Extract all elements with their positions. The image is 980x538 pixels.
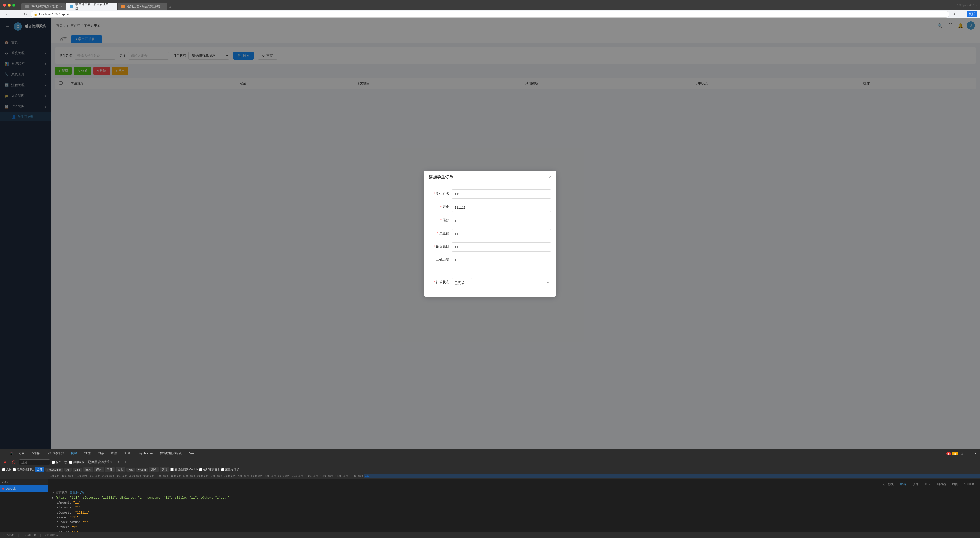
modal-body: 学生姓名 定金 尾款 总金额 论文题目 bbox=[424, 184, 556, 297]
form-input-amount[interactable] bbox=[452, 229, 551, 238]
devtools: ⬚ 📱 元素 控制台 源代码/来源 网络 性能 内存 应用 安全 Lightho… bbox=[0, 449, 980, 538]
modal-add-order: 添加学生订单 × 学生姓名 定金 尾款 总金额 bbox=[424, 171, 556, 297]
tab3-close[interactable]: × bbox=[162, 5, 164, 8]
devtools-tab-security[interactable]: 安全 bbox=[121, 449, 134, 458]
record-button[interactable]: ⏺ bbox=[2, 460, 8, 465]
devtools-tab-application[interactable]: 应用 bbox=[107, 449, 121, 458]
form-input-balance[interactable] bbox=[452, 216, 551, 225]
payload-section: ▼ 请求载荷 查看源代码 ▼ {sName: "111", sDeposit: … bbox=[52, 490, 977, 532]
filter-doc[interactable]: 文档 bbox=[116, 467, 125, 472]
back-button[interactable]: ‹ bbox=[3, 11, 10, 18]
detail-tab-headers[interactable]: 标头 bbox=[885, 481, 897, 488]
forward-button[interactable]: › bbox=[12, 11, 19, 18]
filter-css[interactable]: CSS bbox=[73, 468, 83, 472]
network-filter-input[interactable] bbox=[19, 459, 50, 465]
devtools-tab-network[interactable]: 网络 bbox=[68, 449, 81, 458]
form-input-title[interactable] bbox=[452, 243, 551, 252]
intercepted-cookie-checkbox[interactable]: 有已拦截的 Cookie bbox=[170, 468, 198, 471]
blocked-request-checkbox[interactable]: 被屏蔽的请求 bbox=[199, 468, 220, 471]
hide-data-url-checkbox[interactable]: 隐藏数据网址 bbox=[13, 468, 34, 471]
payload-field-sOrderStatus: sOrderStatus: "Y" bbox=[57, 520, 977, 525]
reload-button[interactable]: ↻ bbox=[21, 11, 29, 18]
invert-checkbox[interactable]: 反转 bbox=[2, 468, 12, 471]
browser-tab-2[interactable]: 学生订单表 - 后台管理系统 × bbox=[66, 3, 117, 10]
filter-media[interactable]: 媒体 bbox=[94, 467, 104, 472]
form-label-name: 学生姓名 bbox=[429, 189, 449, 196]
payload-field-sOther: sOther: "1" bbox=[57, 525, 977, 530]
devtools-settings-button[interactable]: ⚙ bbox=[959, 451, 965, 456]
devtools-tab-vue[interactable]: Vue bbox=[186, 449, 198, 458]
payload-field-sName: sName: "111" bbox=[57, 515, 977, 520]
filter-ws[interactable]: WS bbox=[126, 468, 135, 472]
tab3-icon bbox=[121, 5, 125, 8]
modal-overlay: 添加学生订单 × 学生姓名 定金 尾款 总金额 bbox=[0, 18, 980, 449]
detail-tab-response[interactable]: 响应 bbox=[921, 481, 934, 488]
devtools-tab-perf-insights[interactable]: 性能数据分析 及 bbox=[156, 449, 186, 458]
detail-tab-payload[interactable]: 载荷 bbox=[897, 481, 909, 488]
filter-fetch-xhr[interactable]: Fetch/XHR bbox=[45, 468, 63, 472]
devtools-tab-lighthouse[interactable]: Lighthouse bbox=[134, 449, 156, 458]
devtools-tab-memory[interactable]: 内存 bbox=[94, 449, 107, 458]
maximize-window-button[interactable] bbox=[12, 3, 15, 6]
filter-font[interactable]: 字体 bbox=[105, 467, 115, 472]
bookmark-icon[interactable]: ★ bbox=[951, 11, 958, 17]
payload-summary-text: {sName: "111", sDeposit: "111111", sBala… bbox=[55, 496, 230, 500]
clear-button[interactable]: 🚫 bbox=[10, 460, 17, 465]
form-label-other: 其他说明 bbox=[429, 256, 449, 262]
tab1-close[interactable]: × bbox=[60, 5, 62, 8]
detail-tab-preview[interactable]: 预览 bbox=[909, 481, 921, 488]
detail-close-button[interactable]: × bbox=[883, 481, 885, 488]
form-input-deposit[interactable] bbox=[452, 203, 551, 212]
view-source-button[interactable]: 查看源代码 bbox=[70, 490, 84, 494]
detail-tab-timing[interactable]: 时间 bbox=[949, 481, 961, 488]
filter-manifest[interactable]: 清单 bbox=[149, 467, 159, 472]
third-party-checkbox[interactable]: 第三方请求 bbox=[221, 468, 239, 471]
payload-section-title: ▼ 请求载荷 bbox=[52, 490, 68, 495]
filter-wasm[interactable]: Wasm bbox=[136, 468, 148, 472]
form-label-amount: 总金额 bbox=[429, 229, 449, 236]
devtools-close-button[interactable]: × bbox=[973, 451, 978, 456]
form-input-name[interactable] bbox=[452, 189, 551, 198]
window-controls bbox=[3, 3, 15, 6]
filter-other[interactable]: 其他 bbox=[160, 467, 169, 472]
import-har-button[interactable]: ⬆ bbox=[115, 460, 121, 465]
export-har-button[interactable]: ⬇ bbox=[123, 460, 129, 465]
new-tab-button[interactable]: + bbox=[169, 5, 172, 10]
throttle-select[interactable]: 已停用节流模式 ▾ bbox=[86, 459, 113, 465]
disable-cache-checkbox[interactable]: 停用缓存 bbox=[69, 460, 84, 464]
detail-tab-initiator[interactable]: 启动器 bbox=[934, 481, 949, 488]
devtools-tab-sources[interactable]: 源代码/来源 bbox=[45, 449, 68, 458]
filter-all[interactable]: 全部 bbox=[35, 467, 45, 472]
devtools-tab-performance[interactable]: 性能 bbox=[81, 449, 94, 458]
request-item-deposit[interactable]: deposit bbox=[0, 485, 48, 492]
devtools-tab-elements[interactable]: 元素 bbox=[15, 449, 28, 458]
update-button[interactable]: 更新 bbox=[967, 11, 977, 17]
filter-js[interactable]: JS bbox=[64, 468, 72, 472]
devtools-device-button[interactable]: 📱 bbox=[8, 451, 15, 456]
filter-tags-row: 反转 隐藏数据网址 全部 Fetch/XHR JS CSS 图片 媒体 字体 文… bbox=[0, 467, 980, 473]
request-list-header: 名称 bbox=[0, 479, 48, 485]
address-bar[interactable]: 🔒 localhost:1024/deposit bbox=[30, 11, 950, 17]
preserve-log-checkbox[interactable]: 保留日志 bbox=[52, 460, 67, 464]
extension-icon[interactable]: ⋮ bbox=[959, 11, 965, 17]
browser-tab-1[interactable]: NAS系统特点和功能 × bbox=[21, 3, 65, 10]
browser-tab-3[interactable]: 通知公告 - 后台管理系统 × bbox=[118, 3, 167, 10]
minimize-window-button[interactable] bbox=[8, 3, 11, 6]
warn-badge: 36 bbox=[952, 452, 958, 455]
request-list-col-name: 名称 bbox=[2, 480, 8, 484]
devtools-more-button[interactable]: ⋮ bbox=[966, 451, 972, 456]
form-textarea-other[interactable]: 1 bbox=[452, 256, 551, 274]
filter-img[interactable]: 图片 bbox=[83, 467, 93, 472]
devtools-status-bar: 1 个请求 | 已传输 0 B | 0 B 项资源 bbox=[0, 532, 980, 538]
tab1-label: NAS系统特点和功能 bbox=[30, 4, 59, 9]
tab2-close[interactable]: × bbox=[112, 5, 114, 8]
url-text: localhost:1024/deposit bbox=[39, 13, 69, 16]
devtools-inspect-button[interactable]: ⬚ bbox=[2, 451, 8, 456]
detail-tab-cookie[interactable]: Cookie bbox=[961, 481, 977, 488]
modal-close-button[interactable]: × bbox=[549, 175, 551, 180]
form-select-status[interactable]: 已完成 进行中 待付款 已取消 bbox=[452, 278, 473, 287]
close-window-button[interactable] bbox=[3, 3, 6, 6]
tab2-label: 学生订单表 - 后台管理系统 bbox=[75, 2, 110, 11]
timeline-ruler: 500 毫秒 1000 毫秒 1500 毫秒 2000 毫秒 2500 毫秒 3… bbox=[0, 473, 980, 479]
devtools-tab-console[interactable]: 控制台 bbox=[28, 449, 45, 458]
